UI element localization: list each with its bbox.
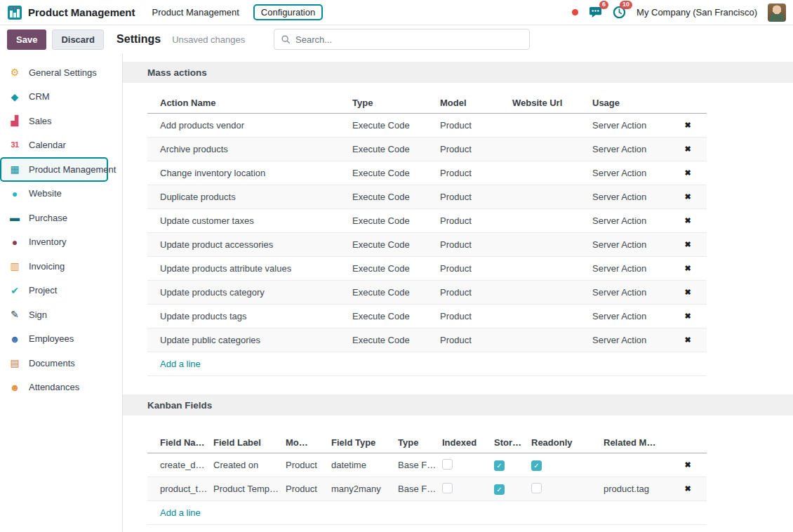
delete-row-icon[interactable]: ✖ bbox=[679, 335, 707, 345]
delete-row-icon[interactable]: ✖ bbox=[679, 460, 707, 470]
crm-icon: ◆ bbox=[8, 92, 21, 102]
column-header: Type bbox=[352, 98, 440, 108]
sidebar-item-documents[interactable]: ▤Documents bbox=[0, 351, 122, 375]
cell: Execute Code bbox=[352, 144, 440, 154]
add-line-link[interactable]: Add a line bbox=[147, 501, 707, 525]
cell: create_date bbox=[160, 460, 213, 470]
sidebar-item-crm[interactable]: ◆CRM bbox=[0, 85, 122, 109]
cell: Server Action bbox=[592, 168, 679, 178]
search-input[interactable] bbox=[295, 34, 523, 45]
sidebar-item-product-management[interactable]: ▦Product Management bbox=[0, 157, 108, 182]
cell: Product bbox=[440, 239, 512, 250]
sidebar-item-label: Purchase bbox=[29, 213, 67, 223]
cell: Update products category bbox=[160, 287, 352, 298]
cell: Archive products bbox=[160, 144, 352, 154]
cell: Product bbox=[440, 263, 512, 274]
table-row[interactable]: Update products categoryExecute CodeProd… bbox=[147, 281, 707, 305]
table-row[interactable]: create_dateCreated onProductdatetimeBase… bbox=[147, 453, 707, 477]
cell: Server Action bbox=[592, 335, 679, 345]
cell: Product Templ… bbox=[213, 484, 286, 494]
column-header: Field Label bbox=[213, 437, 286, 448]
top-menu: Product Management Configuration bbox=[152, 4, 324, 20]
table-row[interactable]: Update product accessoriesExecute CodePr… bbox=[147, 233, 707, 257]
checkbox-checked-icon: ✓ bbox=[531, 460, 542, 471]
save-button[interactable]: Save bbox=[7, 29, 46, 50]
sidebar-item-sign[interactable]: ✎Sign bbox=[0, 302, 122, 327]
delete-row-icon[interactable]: ✖ bbox=[679, 145, 707, 154]
cell: Server Action bbox=[592, 120, 679, 131]
delete-row-icon[interactable]: ✖ bbox=[679, 312, 707, 321]
cell: Product bbox=[286, 484, 331, 494]
sidebar-item-general-settings[interactable]: ⚙General Settings bbox=[0, 60, 122, 85]
checkbox[interactable]: ✓ bbox=[494, 484, 531, 495]
delete-row-icon[interactable]: ✖ bbox=[679, 264, 707, 273]
table-row[interactable]: product_tag…Product Templ…Productmany2ma… bbox=[147, 477, 707, 501]
sidebar-item-attendances[interactable]: ☻Attendances bbox=[0, 375, 122, 400]
top-right-systray: 6 10 My Company (San Francisco) bbox=[572, 4, 786, 22]
cell: Server Action bbox=[592, 311, 679, 321]
menu-configuration[interactable]: Configuration bbox=[253, 4, 323, 20]
checkbox-unchecked-icon bbox=[531, 483, 542, 493]
delete-row-icon[interactable]: ✖ bbox=[679, 168, 707, 178]
mass-actions-header: Mass actions bbox=[123, 62, 793, 83]
cell: Product bbox=[440, 144, 512, 154]
top-bar: Product Management Product Management Co… bbox=[0, 0, 793, 25]
sidebar-item-invoicing[interactable]: ▥Invoicing bbox=[0, 254, 122, 279]
sidebar-item-website[interactable]: ●Website bbox=[0, 182, 122, 206]
delete-row-icon[interactable]: ✖ bbox=[679, 216, 707, 225]
delete-row-icon[interactable]: ✖ bbox=[679, 121, 707, 130]
activities-badge: 10 bbox=[620, 1, 632, 9]
cell: Execute Code bbox=[352, 192, 440, 202]
messages-icon[interactable]: 6 bbox=[589, 6, 602, 19]
table-row[interactable]: Update products attribute valuesExecute … bbox=[147, 257, 707, 281]
checkbox[interactable]: ✓ bbox=[531, 460, 604, 471]
column-header: Action Name bbox=[160, 98, 352, 108]
table-header-row: Action NameTypeModelWebsite UrlUsage bbox=[147, 93, 707, 114]
cell: Execute Code bbox=[352, 215, 440, 226]
app-brand[interactable]: Product Management bbox=[7, 5, 135, 20]
table-row[interactable]: Change inventory locationExecute CodePro… bbox=[147, 161, 707, 185]
table-row[interactable]: Add products vendorExecute CodeProductSe… bbox=[147, 114, 707, 138]
sidebar-item-purchase[interactable]: ▬Purchase bbox=[0, 206, 122, 230]
company-switcher[interactable]: My Company (San Francisco) bbox=[637, 7, 757, 18]
add-line-link[interactable]: Add a line bbox=[147, 352, 707, 376]
search-box[interactable] bbox=[274, 29, 530, 50]
cell: Product bbox=[440, 192, 512, 202]
delete-row-icon[interactable]: ✖ bbox=[679, 288, 707, 297]
table-row[interactable]: Duplicate productsExecute CodeProductSer… bbox=[147, 185, 707, 209]
app-title: Product Management bbox=[28, 6, 135, 18]
checkbox[interactable] bbox=[442, 483, 494, 496]
column-header: Field Type bbox=[331, 437, 398, 448]
sidebar-item-label: Documents bbox=[29, 358, 75, 368]
sidebar-item-employees[interactable]: ☻Employees bbox=[0, 327, 122, 352]
cell: many2many bbox=[331, 484, 398, 494]
cell: Execute Code bbox=[352, 311, 440, 321]
table-row[interactable]: Archive productsExecute CodeProductServe… bbox=[147, 138, 707, 161]
activities-clock-icon[interactable]: 10 bbox=[613, 6, 626, 19]
sidebar-item-inventory[interactable]: ●Inventory bbox=[0, 230, 122, 255]
table-row[interactable]: Update products tagsExecute CodeProductS… bbox=[147, 305, 707, 328]
checkbox[interactable] bbox=[442, 459, 494, 472]
website-icon: ● bbox=[8, 189, 21, 199]
delete-row-icon[interactable]: ✖ bbox=[679, 192, 707, 201]
discard-button[interactable]: Discard bbox=[52, 29, 104, 50]
purchase-icon: ▬ bbox=[8, 213, 21, 222]
sidebar-item-calendar[interactable]: 31Calendar bbox=[0, 133, 122, 158]
sidebar-item-sales[interactable]: ▟Sales bbox=[0, 109, 122, 133]
search-icon bbox=[281, 34, 291, 44]
checkbox-checked-icon: ✓ bbox=[494, 484, 505, 495]
table-row[interactable]: Update public categoriesExecute CodeProd… bbox=[147, 328, 707, 352]
checkbox[interactable]: ✓ bbox=[494, 460, 531, 471]
settings-content: Mass actions Action NameTypeModelWebsite… bbox=[123, 53, 793, 532]
app-icon bbox=[7, 5, 22, 20]
user-avatar[interactable] bbox=[768, 4, 786, 22]
delete-row-icon[interactable]: ✖ bbox=[679, 240, 707, 249]
column-header: Usage bbox=[592, 98, 679, 108]
checkbox[interactable] bbox=[531, 483, 604, 496]
sidebar-item-project[interactable]: ✔Project bbox=[0, 279, 122, 303]
menu-product-management[interactable]: Product Management bbox=[152, 7, 239, 18]
table-row[interactable]: Update customer taxesExecute CodeProduct… bbox=[147, 209, 707, 233]
cell: datetime bbox=[331, 460, 398, 470]
calendar-icon: 31 bbox=[8, 141, 21, 149]
delete-row-icon[interactable]: ✖ bbox=[679, 484, 707, 493]
